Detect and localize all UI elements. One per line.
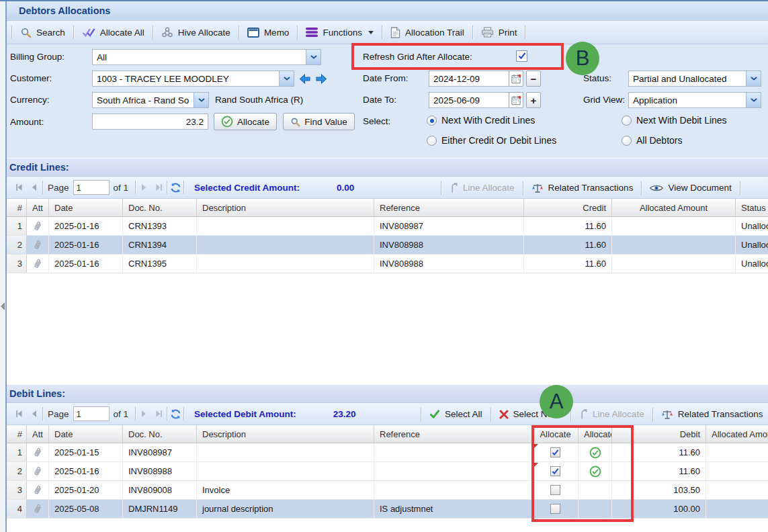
paperclip-icon[interactable] [32, 464, 44, 478]
hive-icon [161, 26, 173, 38]
find-value-button[interactable]: Find Value [283, 113, 355, 130]
search-button[interactable]: Search [13, 24, 73, 41]
credit-lines-toolbar: Page 1 of 1 Selected Credit Amount: 0.00… [7, 177, 768, 199]
previous-page-button[interactable] [27, 180, 42, 195]
next-page-button[interactable] [136, 406, 151, 421]
credit-table-row[interactable]: 3 2025-01-16 CRN1395 INV808988 11.60 Una… [7, 255, 768, 273]
column-header[interactable]: # [7, 199, 27, 216]
previous-customer-button[interactable] [297, 71, 312, 87]
paperclip-icon[interactable] [32, 502, 44, 515]
first-page-button[interactable] [12, 406, 27, 421]
amount-input[interactable]: 23.2 [92, 114, 208, 130]
refresh-icon[interactable] [168, 406, 183, 421]
debit-grid-header: # Att Date Doc. No. Description Referenc… [7, 425, 768, 443]
toolbar-separator [42, 407, 43, 420]
date-from-calendar-button[interactable] [509, 71, 523, 87]
currency-select[interactable]: South Africa - Rand So [92, 92, 209, 108]
credit-table-row-selected[interactable]: 2 2025-01-16 CRN1394 INV808988 11.60 Una… [7, 236, 768, 255]
column-header[interactable]: Reference [374, 425, 533, 443]
currency-display: Rand South Africa (R) [215, 95, 303, 105]
debit-table-row-selected[interactable]: 4 2025-05-08 DMJRN1149 journal descripti… [7, 500, 768, 519]
column-header[interactable]: Att [27, 425, 49, 443]
main-toolbar: Search Allocate All Hive Allocate Memo F… [7, 21, 768, 44]
collapse-arrow-icon[interactable] [1, 302, 5, 310]
column-header[interactable]: Reference [374, 199, 524, 216]
status-select[interactable]: Partial and Unallocated [628, 71, 761, 87]
grid-view-select[interactable]: Application [628, 92, 761, 108]
toolbar-separator [382, 26, 382, 39]
column-header[interactable]: Att [27, 199, 49, 216]
debit-page-input[interactable]: 1 [73, 406, 110, 421]
allocate-all-button[interactable]: Allocate All [75, 24, 152, 41]
column-header[interactable]: Description [197, 425, 374, 443]
memo-button[interactable]: Memo [240, 24, 297, 41]
toolbar-separator [183, 181, 184, 194]
allocate-button[interactable]: Allocate [214, 113, 277, 130]
debit-table-row[interactable]: 3 2025-01-20 INV809008 Invoice 103.50 [7, 481, 768, 500]
debit-table-row[interactable]: 2 2025-01-16 INV808988 11.60 [7, 462, 768, 481]
hive-allocate-button[interactable]: Hive Allocate [154, 24, 238, 41]
date-from-input[interactable]: 2024-12-09 [429, 71, 509, 87]
selected-debit-amount-label: Selected Debit Amount: [194, 409, 296, 419]
billing-group-select[interactable]: All [92, 49, 321, 65]
paperclip-icon[interactable] [32, 238, 44, 251]
credit-page-input[interactable]: 1 [73, 180, 110, 195]
column-header[interactable]: Date [49, 199, 123, 216]
chevron-down-icon[interactable] [306, 50, 321, 64]
refresh-icon[interactable] [168, 180, 183, 195]
debit-table-row[interactable]: 1 2025-01-15 INV808987 11.60 [7, 443, 768, 462]
allocation-trail-button[interactable]: Allocation Trail [383, 24, 472, 41]
column-header[interactable]: Allocated Amount [612, 199, 736, 216]
page-label: Page [48, 409, 69, 419]
column-header[interactable]: Doc. No. [123, 425, 197, 443]
credit-related-transactions-button[interactable]: Related Transactions [524, 180, 641, 196]
view-document-button[interactable]: View Document [642, 180, 738, 196]
last-page-button[interactable] [151, 406, 166, 421]
paperclip-icon[interactable] [32, 483, 44, 496]
selected-credit-amount-value: 0.00 [337, 183, 354, 193]
next-page-button[interactable] [136, 180, 151, 195]
customer-select[interactable]: 1003 - TRACEY LEE MOODLEY [92, 71, 294, 87]
annotation-badge-a: A [540, 385, 573, 418]
paperclip-icon[interactable] [32, 257, 44, 270]
date-from-decrement-button[interactable]: − [526, 71, 541, 87]
first-page-button[interactable] [12, 180, 27, 195]
chevron-down-icon[interactable] [279, 71, 294, 86]
toolbar-separator [421, 408, 421, 421]
radio-next-with-debit-lines[interactable] [622, 116, 632, 126]
page-of-label: of 1 [114, 409, 129, 419]
amount-label: Amount: [10, 117, 44, 127]
column-header[interactable]: # [7, 425, 27, 443]
paperclip-icon[interactable] [32, 445, 44, 459]
chevron-down-icon[interactable] [746, 93, 761, 107]
column-header[interactable]: Status [736, 199, 768, 216]
functions-menu-button[interactable]: Functions [298, 24, 381, 41]
date-to-input[interactable]: 2025-06-09 [429, 92, 509, 108]
toolbar-separator [42, 181, 43, 194]
last-page-button[interactable] [151, 180, 166, 195]
debit-related-transactions-button[interactable]: Related Transactions [654, 406, 768, 423]
date-to-increment-button[interactable]: + [526, 92, 541, 108]
debit-line-allocate-button[interactable]: Line Allocate [572, 406, 652, 423]
date-to-calendar-button[interactable] [509, 92, 523, 108]
select-all-button[interactable]: Select All [422, 406, 490, 423]
toolbar-separator [472, 26, 473, 39]
radio-all-debtors[interactable] [622, 136, 632, 146]
column-header[interactable]: Description [197, 199, 374, 216]
column-header[interactable]: Date [49, 425, 123, 443]
radio-next-with-credit-lines[interactable] [427, 116, 437, 126]
chevron-down-icon[interactable] [194, 93, 208, 107]
next-customer-button[interactable] [314, 71, 329, 87]
chevron-down-icon[interactable] [746, 71, 761, 86]
column-header[interactable]: Doc. No. [123, 199, 197, 216]
credit-grid-header: # Att Date Doc. No. Description Referenc… [7, 199, 768, 217]
column-header[interactable]: Allocated Amount [706, 425, 768, 443]
credit-line-allocate-button[interactable]: Line Allocate [442, 180, 522, 196]
paperclip-icon[interactable] [32, 219, 44, 232]
print-button[interactable]: Print [474, 24, 525, 41]
radio-either-credit-or-debit-lines[interactable] [427, 136, 437, 146]
left-collapse-gutter[interactable] [0, 1, 7, 532]
previous-page-button[interactable] [27, 406, 42, 421]
credit-table-row[interactable]: 1 2025-01-16 CRN1393 INV808987 11.60 Una… [7, 217, 768, 236]
column-header[interactable]: Credit [524, 199, 612, 216]
